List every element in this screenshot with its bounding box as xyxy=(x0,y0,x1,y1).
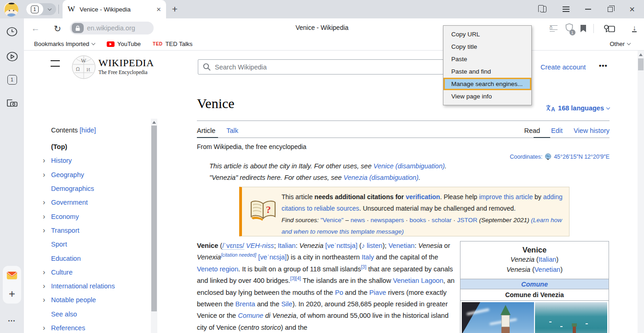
toc-chevron[interactable]: › xyxy=(43,157,51,164)
bookmark-youtube[interactable]: YouTube xyxy=(107,40,141,47)
panel-more-button[interactable]: ••• xyxy=(6,315,18,327)
back-button[interactable]: ← xyxy=(29,23,41,34)
workspace-1-button[interactable]: 1 xyxy=(6,74,18,86)
tab-close-icon[interactable]: × xyxy=(156,6,161,13)
toc-scrollbar-thumb[interactable] xyxy=(151,126,157,311)
tab-title: Venice - Wikipedia xyxy=(80,6,152,13)
toc-item-sport[interactable]: Sport xyxy=(43,237,150,251)
tab-group-chevron[interactable] xyxy=(43,3,56,15)
site-security-chip[interactable] xyxy=(72,23,84,33)
venice-aerial-photo[interactable] xyxy=(535,302,607,333)
maximize-button[interactable] xyxy=(603,4,617,14)
campanile-photo[interactable] xyxy=(462,302,534,333)
toc-chevron[interactable]: › xyxy=(43,269,51,276)
tab-read[interactable]: Read xyxy=(524,127,540,134)
toolbar-divider xyxy=(593,24,594,33)
toc-item-education[interactable]: Education xyxy=(43,251,150,265)
toc-item-notable-people[interactable]: ›Notable people xyxy=(43,293,150,307)
profile-avatar[interactable] xyxy=(3,1,19,17)
scroll-up-arrow[interactable] xyxy=(639,53,643,56)
tab-counter[interactable]: 1 xyxy=(26,3,43,15)
scroll-up-arrow[interactable] xyxy=(152,121,156,124)
toc-item-transport[interactable]: ›Transport xyxy=(43,224,150,237)
downloads-button[interactable]: ↓ xyxy=(628,23,640,34)
toc-item-economy[interactable]: ›Economy xyxy=(43,209,150,223)
page-scrollbar-thumb[interactable] xyxy=(638,58,644,70)
reader-mode-icon: A xyxy=(550,25,558,32)
wikipedia-logo[interactable]: W Ω И xyxy=(72,54,96,82)
tab-edit[interactable]: Edit xyxy=(551,127,563,134)
tab-view-history[interactable]: View history xyxy=(574,127,610,134)
toc-item-demographics[interactable]: Demographics xyxy=(43,182,150,195)
key-folder-icon xyxy=(604,24,615,33)
browser-menu-button[interactable] xyxy=(559,4,573,14)
toc-chevron[interactable]: › xyxy=(43,213,51,220)
active-tab[interactable]: W Venice - Wikipedia × xyxy=(63,0,166,18)
wikipedia-page: W Ω И WIKIPEDIA The Free Encyclopedia Se… xyxy=(24,51,638,333)
toc-chevron[interactable]: › xyxy=(43,171,51,178)
toc-chevron[interactable]: › xyxy=(43,227,51,234)
toc-chevron[interactable]: › xyxy=(43,199,51,206)
url-text: en.wikipedia.org xyxy=(87,24,135,32)
infobox-type-row[interactable]: Comune xyxy=(460,279,609,289)
toc-item-history[interactable]: ›History xyxy=(43,154,150,167)
menu-item-manage-search-engines[interactable]: Manage search engines... xyxy=(443,78,531,90)
wikipedia-favicon: W xyxy=(68,5,75,14)
reader-mode-button[interactable]: A xyxy=(547,23,559,34)
new-tab-button[interactable]: + xyxy=(168,3,181,16)
toc-chevron[interactable]: › xyxy=(43,324,51,332)
tracker-shield-button[interactable]: 1 xyxy=(563,23,575,34)
tab-group-pill[interactable]: 1 xyxy=(26,3,56,15)
wiki-more-menu[interactable]: ••• xyxy=(599,62,608,69)
mail-button[interactable] xyxy=(6,270,18,281)
bookmark-page-button[interactable] xyxy=(577,23,589,34)
toc-item-see-also[interactable]: See also xyxy=(43,307,150,321)
toc-item-geography[interactable]: ›Geography xyxy=(43,168,150,182)
menu-item-paste-and-find[interactable]: Paste and find xyxy=(443,65,531,78)
tab-stack-button[interactable] xyxy=(536,4,550,14)
menu-item-paste[interactable]: Paste xyxy=(443,53,531,65)
minimize-button[interactable] xyxy=(581,4,595,14)
toc-header-label: Contents xyxy=(51,126,78,134)
history-panel-button[interactable] xyxy=(6,26,18,38)
toc-item-international-relations[interactable]: ›International relations xyxy=(43,279,150,293)
toc-item-government[interactable]: ›Government xyxy=(43,195,150,209)
ambox-message: This article needs additional citations … xyxy=(282,191,564,214)
toc-item-top[interactable]: (Top) xyxy=(43,140,150,154)
address-bar[interactable]: en.wikipedia.org xyxy=(70,22,154,34)
tab-stack-icon xyxy=(540,6,546,12)
menu-item-view-page-info[interactable]: View page info xyxy=(443,90,531,103)
ted-talks-label: TED Talks xyxy=(166,40,193,47)
ambox-find-sources: Find sources: "Venice" – news · newspape… xyxy=(282,214,564,237)
menu-item-copy-title[interactable]: Copy title xyxy=(443,40,531,53)
download-icon: ↓ xyxy=(632,25,637,32)
reload-button[interactable]: ↻ xyxy=(52,23,63,34)
toc-item-references[interactable]: ›References xyxy=(43,321,150,333)
toc-scrollbar[interactable] xyxy=(151,119,157,333)
tab-talk[interactable]: Talk xyxy=(226,127,238,134)
create-account-link[interactable]: Create account xyxy=(540,63,586,71)
chevron-down-icon xyxy=(627,41,631,45)
languages-label: 168 languages xyxy=(558,104,604,112)
toc-item-culture[interactable]: ›Culture xyxy=(43,265,150,279)
wikipedia-wordmark[interactable]: WIKIPEDIA The Free Encyclopedia xyxy=(98,57,154,75)
snapshot-button[interactable] xyxy=(6,97,18,109)
toc-chevron[interactable]: › xyxy=(43,282,51,290)
clock-icon xyxy=(6,26,17,37)
tab-article[interactable]: Article xyxy=(197,127,215,134)
coordinates-label[interactable]: Coordinates: xyxy=(510,154,542,160)
toc-hide-link[interactable]: [hide] xyxy=(80,126,96,134)
bookmark-ted-talks[interactable]: TED TED Talks xyxy=(153,40,193,47)
close-window-button[interactable]: × xyxy=(625,4,639,14)
other-bookmarks-folder[interactable]: Other xyxy=(610,40,630,47)
page-scrollbar[interactable] xyxy=(638,51,644,333)
bookmarks-imported-folder[interactable]: Bookmarks Imported xyxy=(34,40,95,47)
pinboards-button[interactable] xyxy=(602,23,617,34)
toc-chevron[interactable]: › xyxy=(43,296,51,304)
coordinates-value[interactable]: 45°26′15″N 12°20′9″E xyxy=(554,154,610,160)
player-panel-button[interactable] xyxy=(6,51,18,63)
languages-button[interactable]: A 168 languages xyxy=(546,104,610,112)
add-shortcut-button[interactable]: + xyxy=(6,288,18,300)
menu-item-copy-url[interactable]: Copy URL xyxy=(443,28,531,40)
workspace-icon: 1 xyxy=(7,75,17,85)
